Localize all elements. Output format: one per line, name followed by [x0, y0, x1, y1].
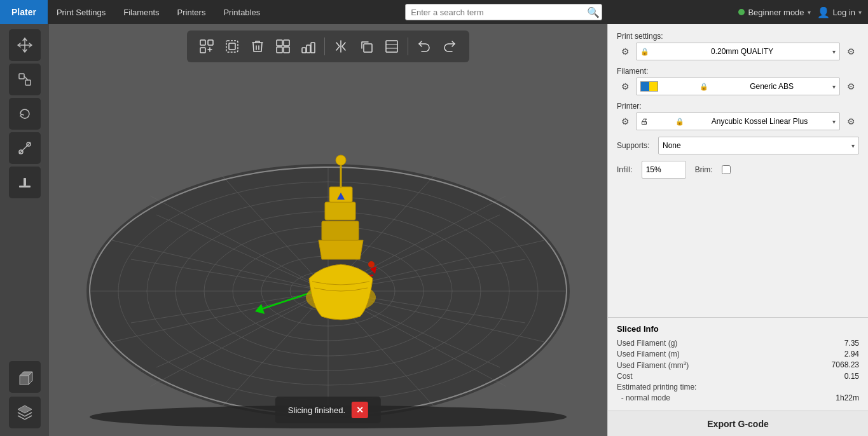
filament-g-row: Used Filament (g) 7.35 — [617, 339, 859, 348]
print-settings-nav[interactable]: Print Settings — [48, 0, 114, 24]
filament-value: Generic ABS — [750, 82, 794, 91]
filament-mm3-val: 7068.23 — [832, 360, 859, 370]
print-settings-select[interactable]: 🔒 0.20mm QUALITY ▾ — [636, 43, 840, 60]
print-settings-gear-icon[interactable]: ⚙ — [617, 43, 633, 60]
svg-rect-7 — [24, 178, 26, 186]
sliced-info-section: Sliced Info Used Filament (g) 7.35 Used … — [608, 317, 868, 411]
infill-select[interactable]: 15% 20% 30% 40% 50% — [642, 161, 686, 179]
filament-label: Filament: — [617, 67, 859, 76]
print-settings-edit-icon[interactable]: ⚙ — [843, 43, 859, 60]
svg-rect-16 — [277, 47, 282, 53]
svg-rect-8 — [20, 376, 29, 385]
svg-rect-18 — [302, 48, 306, 53]
toolbar-separator-2 — [408, 37, 408, 55]
filament-color-swatch — [640, 81, 658, 92]
cut-tool-button[interactable] — [9, 132, 41, 164]
filament-g-val: 7.35 — [844, 339, 859, 348]
brim-checkbox[interactable] — [722, 165, 731, 174]
svg-rect-19 — [307, 45, 310, 53]
right-panel: Print settings: ⚙ 🔒 0.20mm QUALITY ▾ ⚙ F… — [607, 24, 868, 436]
nav-right: Beginner mode ▾ 👤 Log in ▾ — [738, 6, 868, 18]
svg-rect-11 — [200, 48, 205, 53]
copy-button[interactable] — [354, 34, 378, 58]
printers-nav[interactable]: Printers — [169, 0, 215, 24]
chevron-down-icon: ▾ — [808, 9, 811, 16]
filament-edit-icon[interactable]: ⚙ — [843, 78, 859, 95]
filaments-nav[interactable]: Filaments — [114, 0, 168, 24]
print-settings-select-wrap: ⚙ 🔒 0.20mm QUALITY ▾ ⚙ — [617, 43, 859, 60]
svg-rect-14 — [277, 40, 282, 46]
printer-gear-icon[interactable]: ⚙ — [617, 113, 633, 130]
svg-rect-55 — [325, 202, 355, 220]
printer-select[interactable]: 🖨 🔒 Anycubic Kossel Linear Plus ▾ — [636, 112, 840, 130]
printer-value: Anycubic Kossel Linear Plus — [712, 117, 808, 126]
filament-field: Filament: ⚙ 🔒 Generic ABS ▾ ⚙ — [617, 67, 859, 95]
printer-edit-icon[interactable]: ⚙ — [843, 113, 859, 130]
filament-select[interactable]: 🔒 Generic ABS ▾ — [636, 78, 840, 95]
svg-rect-21 — [364, 44, 372, 52]
plater-tab[interactable]: Plater — [0, 0, 48, 24]
filament-m-row: Used Filament (m) 2.94 — [617, 350, 859, 358]
beginner-mode-toggle[interactable]: Beginner mode ▾ — [738, 8, 810, 17]
arrange-button[interactable] — [296, 34, 320, 58]
toolbar — [187, 31, 469, 62]
svg-rect-54 — [322, 221, 359, 240]
instances-button[interactable] — [271, 34, 295, 58]
select-button[interactable] — [220, 34, 244, 58]
slice-status-text: Slicing finished. — [288, 405, 345, 415]
view-cube-button[interactable] — [9, 361, 41, 393]
svg-rect-0 — [19, 74, 24, 79]
supports-label: Supports: — [617, 141, 658, 150]
scale-tool-button[interactable] — [9, 64, 41, 95]
printer-label: Printer: — [617, 102, 859, 111]
filament-gear-icon[interactable]: ⚙ — [617, 78, 633, 95]
user-icon: 👤 — [817, 6, 830, 18]
svg-rect-1 — [25, 80, 31, 85]
search-icon[interactable]: 🔍 — [587, 6, 600, 18]
rotate-tool-button[interactable] — [9, 98, 41, 130]
supports-select[interactable]: None ▾ — [658, 137, 859, 154]
layers-button[interactable] — [9, 397, 41, 428]
printer-select-wrap: ⚙ 🖨 🔒 Anycubic Kossel Linear Plus ▾ ⚙ — [617, 112, 859, 130]
print-settings-lock-icon: 🔒 — [640, 48, 649, 56]
supports-row: Supports: None ▾ — [617, 137, 859, 154]
filament-mm3-row: Used Filament (mm3) 7068.23 — [617, 360, 859, 370]
svg-rect-6 — [19, 186, 31, 187]
filament-g-key: Used Filament (g) — [617, 339, 677, 348]
mirror-button[interactable] — [329, 34, 353, 58]
svg-rect-10 — [208, 40, 213, 45]
filament-mm3-key: Used Filament (mm3) — [617, 360, 689, 370]
print-time-label-key: Estimated printing time: — [617, 383, 696, 392]
brim-label: Brim: — [695, 165, 713, 174]
redo-button[interactable] — [437, 34, 462, 58]
add-object-button[interactable] — [195, 34, 219, 58]
svg-point-60 — [368, 261, 375, 268]
cost-row: Cost 0.15 — [617, 372, 859, 381]
top-nav: Plater Print Settings Filaments Printers… — [0, 0, 868, 24]
search-wrap: 🔍 — [405, 4, 602, 20]
search-input[interactable] — [405, 4, 602, 20]
printables-nav[interactable]: Printables — [214, 0, 269, 24]
support-tool-button[interactable] — [9, 167, 41, 198]
print-config-section: Print settings: ⚙ 🔒 0.20mm QUALITY ▾ ⚙ F… — [608, 24, 868, 317]
filament-chevron-icon: ▾ — [832, 83, 836, 90]
supports-value: None — [663, 141, 681, 150]
layer-preview-button[interactable] — [380, 34, 404, 58]
delete-button[interactable] — [245, 34, 270, 58]
close-status-button[interactable]: ✕ — [352, 402, 368, 418]
slice-status-bar: Slicing finished. ✕ — [275, 397, 381, 423]
toolbar-separator-1 — [324, 37, 325, 55]
undo-button[interactable] — [412, 34, 436, 58]
cost-key: Cost — [617, 372, 633, 381]
printer-chevron-icon: ▾ — [832, 118, 836, 125]
left-tools — [9, 29, 41, 198]
login-button[interactable]: 👤 Log in ▾ — [817, 6, 862, 18]
viewport[interactable]: Slicing finished. ✕ — [49, 24, 607, 436]
login-label: Log in — [833, 8, 855, 17]
move-tool-button[interactable] — [9, 29, 41, 61]
beginner-mode-label: Beginner mode — [748, 8, 804, 17]
export-gcode-button[interactable]: Export G-code — [608, 411, 868, 436]
svg-rect-17 — [284, 47, 289, 53]
print-settings-chevron-icon: ▾ — [832, 48, 836, 55]
svg-rect-12 — [226, 41, 238, 52]
